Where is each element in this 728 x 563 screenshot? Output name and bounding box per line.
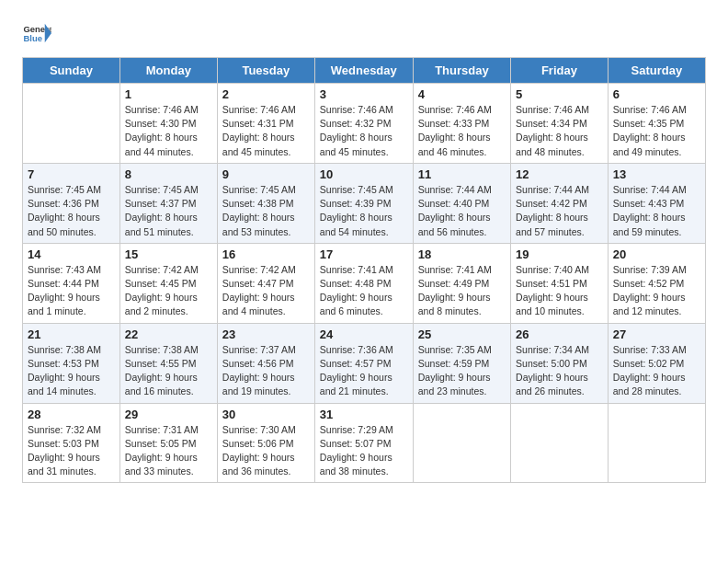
day-cell: 15Sunrise: 7:42 AM Sunset: 4:45 PM Dayli… [119,243,217,323]
day-detail: Sunrise: 7:38 AM Sunset: 4:53 PM Dayligh… [28,343,115,399]
day-detail: Sunrise: 7:30 AM Sunset: 5:06 PM Dayligh… [222,423,310,479]
day-number: 19 [516,247,603,261]
day-detail: Sunrise: 7:46 AM Sunset: 4:35 PM Dayligh… [613,103,700,159]
day-detail: Sunrise: 7:46 AM Sunset: 4:34 PM Dayligh… [516,103,603,159]
week-row-5: 28Sunrise: 7:32 AM Sunset: 5:03 PM Dayli… [23,403,706,483]
logo-icon: General Blue [22,18,51,48]
day-cell: 14Sunrise: 7:43 AM Sunset: 4:44 PM Dayli… [23,243,120,323]
day-detail: Sunrise: 7:46 AM Sunset: 4:30 PM Dayligh… [125,103,212,159]
day-detail: Sunrise: 7:32 AM Sunset: 5:03 PM Dayligh… [28,423,115,479]
day-cell: 17Sunrise: 7:41 AM Sunset: 4:48 PM Dayli… [314,243,413,323]
day-cell: 24Sunrise: 7:36 AM Sunset: 4:57 PM Dayli… [314,323,413,403]
day-detail: Sunrise: 7:41 AM Sunset: 4:48 PM Dayligh… [320,263,408,319]
day-number: 18 [418,247,506,261]
day-cell: 13Sunrise: 7:44 AM Sunset: 4:43 PM Dayli… [608,163,705,243]
day-cell: 27Sunrise: 7:33 AM Sunset: 5:02 PM Dayli… [608,323,705,403]
day-number: 13 [613,167,700,181]
day-detail: Sunrise: 7:46 AM Sunset: 4:32 PM Dayligh… [320,103,408,159]
day-detail: Sunrise: 7:39 AM Sunset: 4:52 PM Dayligh… [613,263,700,319]
logo: General Blue [22,18,55,48]
day-number: 8 [125,167,212,181]
weekday-header-monday: Monday [119,58,217,84]
svg-text:Blue: Blue [23,33,41,43]
day-detail: Sunrise: 7:35 AM Sunset: 4:59 PM Dayligh… [418,343,506,399]
week-row-1: 1Sunrise: 7:46 AM Sunset: 4:30 PM Daylig… [23,84,706,164]
day-number: 9 [222,167,310,181]
day-number: 11 [418,167,506,181]
day-number: 14 [28,247,115,261]
day-number: 25 [418,327,506,341]
day-cell: 22Sunrise: 7:38 AM Sunset: 4:55 PM Dayli… [119,323,217,403]
day-cell: 4Sunrise: 7:46 AM Sunset: 4:33 PM Daylig… [413,84,510,164]
day-cell: 30Sunrise: 7:30 AM Sunset: 5:06 PM Dayli… [217,403,314,483]
day-number: 4 [418,87,506,101]
day-detail: Sunrise: 7:46 AM Sunset: 4:33 PM Dayligh… [418,103,506,159]
day-number: 10 [320,167,408,181]
day-cell: 21Sunrise: 7:38 AM Sunset: 4:53 PM Dayli… [23,323,120,403]
day-number: 30 [222,408,310,421]
day-number: 15 [125,247,212,261]
day-number: 29 [125,408,212,421]
day-detail: Sunrise: 7:34 AM Sunset: 5:00 PM Dayligh… [516,343,603,399]
day-cell: 20Sunrise: 7:39 AM Sunset: 4:52 PM Dayli… [608,243,705,323]
day-cell [413,403,510,483]
day-cell: 5Sunrise: 7:46 AM Sunset: 4:34 PM Daylig… [511,84,609,164]
day-detail: Sunrise: 7:44 AM Sunset: 4:43 PM Dayligh… [613,183,700,239]
day-cell: 1Sunrise: 7:46 AM Sunset: 4:30 PM Daylig… [119,84,217,164]
calendar-table: SundayMondayTuesdayWednesdayThursdayFrid… [22,57,706,483]
day-cell: 11Sunrise: 7:44 AM Sunset: 4:40 PM Dayli… [413,163,510,243]
day-cell: 19Sunrise: 7:40 AM Sunset: 4:51 PM Dayli… [511,243,609,323]
day-cell: 23Sunrise: 7:37 AM Sunset: 4:56 PM Dayli… [217,323,314,403]
day-detail: Sunrise: 7:45 AM Sunset: 4:37 PM Dayligh… [125,183,212,239]
day-cell: 26Sunrise: 7:34 AM Sunset: 5:00 PM Dayli… [511,323,609,403]
day-number: 6 [613,87,700,101]
day-detail: Sunrise: 7:43 AM Sunset: 4:44 PM Dayligh… [28,263,115,319]
day-number: 27 [613,327,700,341]
page-header: General Blue [22,18,706,48]
day-number: 21 [28,327,115,341]
day-cell: 29Sunrise: 7:31 AM Sunset: 5:05 PM Dayli… [119,403,217,483]
day-detail: Sunrise: 7:31 AM Sunset: 5:05 PM Dayligh… [125,423,212,479]
day-detail: Sunrise: 7:44 AM Sunset: 4:40 PM Dayligh… [418,183,506,239]
weekday-header-friday: Friday [511,58,609,84]
day-detail: Sunrise: 7:46 AM Sunset: 4:31 PM Dayligh… [222,103,310,159]
day-number: 16 [222,247,310,261]
weekday-header-sunday: Sunday [23,58,120,84]
day-number: 24 [320,327,408,341]
day-detail: Sunrise: 7:29 AM Sunset: 5:07 PM Dayligh… [320,423,408,479]
day-cell [511,403,609,483]
day-detail: Sunrise: 7:40 AM Sunset: 4:51 PM Dayligh… [516,263,603,319]
weekday-header-tuesday: Tuesday [217,58,314,84]
day-cell: 16Sunrise: 7:42 AM Sunset: 4:47 PM Dayli… [217,243,314,323]
day-detail: Sunrise: 7:45 AM Sunset: 4:36 PM Dayligh… [28,183,115,239]
day-cell: 7Sunrise: 7:45 AM Sunset: 4:36 PM Daylig… [23,163,120,243]
day-number: 23 [222,327,310,341]
day-cell: 18Sunrise: 7:41 AM Sunset: 4:49 PM Dayli… [413,243,510,323]
day-detail: Sunrise: 7:38 AM Sunset: 4:55 PM Dayligh… [125,343,212,399]
week-row-3: 14Sunrise: 7:43 AM Sunset: 4:44 PM Dayli… [23,243,706,323]
day-cell: 12Sunrise: 7:44 AM Sunset: 4:42 PM Dayli… [511,163,609,243]
day-number: 26 [516,327,603,341]
day-detail: Sunrise: 7:33 AM Sunset: 5:02 PM Dayligh… [613,343,700,399]
day-number: 28 [28,408,115,421]
weekday-header-row: SundayMondayTuesdayWednesdayThursdayFrid… [23,58,706,84]
day-number: 20 [613,247,700,261]
day-detail: Sunrise: 7:45 AM Sunset: 4:39 PM Dayligh… [320,183,408,239]
day-number: 1 [125,87,212,101]
day-detail: Sunrise: 7:42 AM Sunset: 4:45 PM Dayligh… [125,263,212,319]
day-detail: Sunrise: 7:42 AM Sunset: 4:47 PM Dayligh… [222,263,310,319]
weekday-header-thursday: Thursday [413,58,510,84]
day-number: 17 [320,247,408,261]
day-number: 2 [222,87,310,101]
day-cell: 28Sunrise: 7:32 AM Sunset: 5:03 PM Dayli… [23,403,120,483]
weekday-header-saturday: Saturday [608,58,705,84]
day-detail: Sunrise: 7:41 AM Sunset: 4:49 PM Dayligh… [418,263,506,319]
day-number: 7 [28,167,115,181]
day-cell: 31Sunrise: 7:29 AM Sunset: 5:07 PM Dayli… [314,403,413,483]
day-cell [608,403,705,483]
day-number: 5 [516,87,603,101]
day-detail: Sunrise: 7:45 AM Sunset: 4:38 PM Dayligh… [222,183,310,239]
day-number: 22 [125,327,212,341]
day-number: 12 [516,167,603,181]
week-row-2: 7Sunrise: 7:45 AM Sunset: 4:36 PM Daylig… [23,163,706,243]
